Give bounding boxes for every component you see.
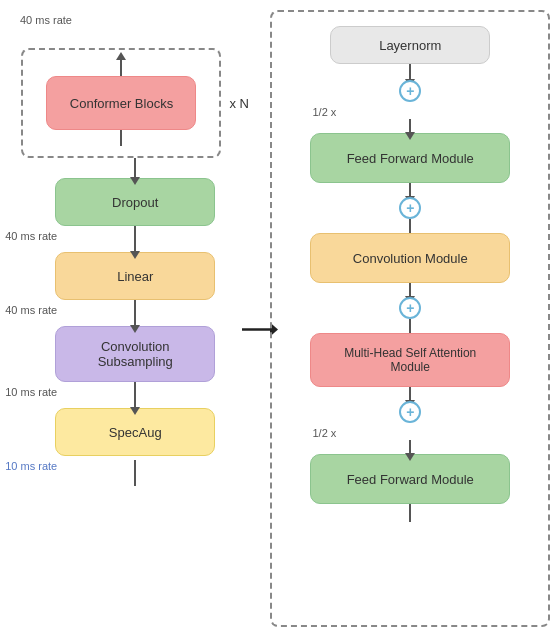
arrow-to-ffm-top xyxy=(409,119,411,133)
arrow-plus3-to-mhsa xyxy=(409,319,411,333)
arrow-mhsa-to-plus4 xyxy=(409,387,411,401)
arrow-to-ffm-bottom xyxy=(409,440,411,454)
conformer-dashed-box: Conformer Blocks xyxy=(21,48,221,158)
plus-circle-mid: + xyxy=(399,197,421,219)
plus-circle-top: + xyxy=(399,80,421,102)
arrow-bottom xyxy=(134,460,136,486)
rate-top-label: 40 ms rate xyxy=(20,14,72,26)
left-content: 40 ms rate Conformer Blocks x N xyxy=(10,10,260,486)
conv-subsampling-block: Convolution Subsampling xyxy=(55,326,215,382)
conv-module-block: Convolution Module xyxy=(310,233,510,283)
dropout-block: Dropout xyxy=(55,178,215,226)
rate-bottom-label: 10 ms rate xyxy=(5,460,57,472)
xN-label: x N xyxy=(229,96,249,111)
rate-linear-label: 40 ms rate xyxy=(5,304,57,316)
right-content: Layernorm + 1/2 x Feed Forward Module + xyxy=(272,20,548,528)
linear-block: Linear xyxy=(55,252,215,300)
arrow-bottom-right xyxy=(409,504,411,522)
arrow-dropout-to-linear xyxy=(134,226,136,252)
arrow-layernorm xyxy=(409,64,411,80)
diagram-container: 40 ms rate Conformer Blocks x N xyxy=(0,0,560,637)
ffm-top-block: Feed Forward Module xyxy=(310,133,510,183)
arrow-conv-to-specaug xyxy=(134,382,136,408)
arrow-linear-to-conv xyxy=(134,300,136,326)
arrow-plus2-to-conv xyxy=(409,219,411,233)
rate-dropout-label: 40 ms rate xyxy=(5,230,57,242)
half-x-top-label: 1/2 x xyxy=(312,106,336,118)
mhsa-block: Multi-Head Self Attention Module xyxy=(310,333,510,387)
conformer-blocks: Conformer Blocks xyxy=(46,76,196,130)
arrow-conv-to-plus3 xyxy=(409,283,411,297)
left-panel: 40 ms rate Conformer Blocks x N xyxy=(10,10,260,627)
ffm-bottom-block: Feed Forward Module xyxy=(310,454,510,504)
layernorm-block: Layernorm xyxy=(330,26,490,64)
plus-circle-fourth: + xyxy=(399,401,421,423)
right-panel: Layernorm + 1/2 x Feed Forward Module + xyxy=(270,10,550,627)
arrow-conformer-to-dropout xyxy=(134,158,136,178)
specaug-block: SpecAug xyxy=(55,408,215,456)
arrow-ffm-to-plus2 xyxy=(409,183,411,197)
plus-circle-bottom: + xyxy=(399,297,421,319)
rate-conv-label: 10 ms rate xyxy=(5,386,57,398)
half-x-bottom-label: 1/2 x xyxy=(312,427,336,439)
